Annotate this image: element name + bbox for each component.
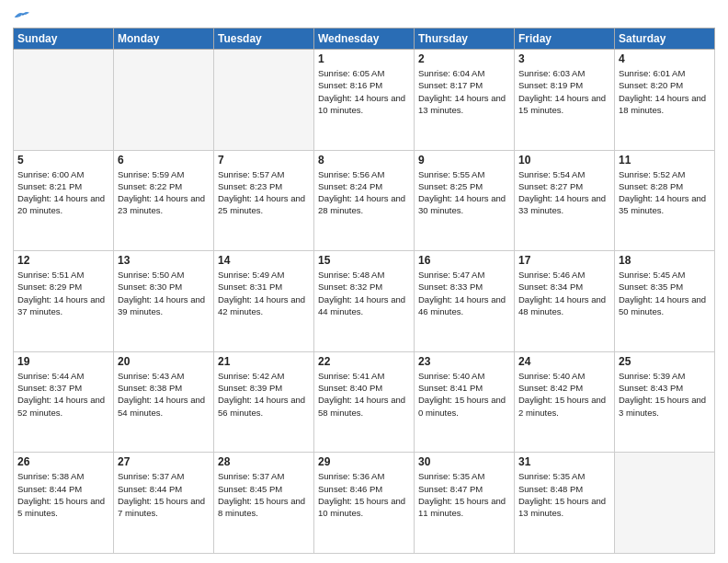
calendar-cell: 9Sunrise: 5:55 AMSunset: 8:25 PMDaylight… [415, 150, 515, 251]
day-number: 3 [518, 52, 610, 65]
day-number: 2 [418, 52, 510, 65]
calendar-cell: 3Sunrise: 6:03 AMSunset: 8:19 PMDaylight… [515, 50, 615, 151]
day-number: 22 [318, 355, 410, 368]
day-number: 23 [418, 355, 510, 368]
day-info: Sunrise: 5:51 AMSunset: 8:29 PMDaylight:… [17, 269, 109, 317]
calendar-cell [214, 50, 314, 151]
day-info: Sunrise: 5:39 AMSunset: 8:43 PMDaylight:… [619, 370, 711, 419]
weekday-header-tuesday: Tuesday [214, 29, 314, 50]
day-info: Sunrise: 5:57 AMSunset: 8:23 PMDaylight:… [218, 168, 310, 217]
day-number: 10 [518, 154, 610, 167]
calendar-cell [114, 50, 214, 151]
calendar-cell: 4Sunrise: 6:01 AMSunset: 8:20 PMDaylight… [615, 50, 715, 151]
calendar-cell: 20Sunrise: 5:43 AMSunset: 8:38 PMDayligh… [114, 351, 214, 453]
weekday-header-row: SundayMondayTuesdayWednesdayThursdayFrid… [14, 29, 715, 50]
day-number: 16 [418, 254, 510, 267]
calendar-cell: 21Sunrise: 5:42 AMSunset: 8:39 PMDayligh… [214, 351, 314, 453]
week-row-2: 5Sunrise: 6:00 AMSunset: 8:21 PMDaylight… [14, 150, 715, 251]
day-number: 30 [418, 455, 510, 468]
calendar-cell: 15Sunrise: 5:48 AMSunset: 8:32 PMDayligh… [314, 251, 415, 352]
day-number: 26 [17, 455, 109, 468]
day-number: 27 [118, 455, 210, 468]
weekday-header-thursday: Thursday [415, 29, 515, 50]
day-info: Sunrise: 5:37 AMSunset: 8:45 PMDaylight:… [218, 470, 310, 519]
day-info: Sunrise: 5:41 AMSunset: 8:40 PMDaylight:… [318, 370, 410, 419]
day-number: 11 [619, 154, 711, 167]
day-number: 14 [218, 254, 310, 267]
day-info: Sunrise: 5:46 AMSunset: 8:34 PMDaylight:… [518, 269, 610, 317]
calendar-cell: 16Sunrise: 5:47 AMSunset: 8:33 PMDayligh… [415, 251, 515, 352]
day-number: 28 [218, 455, 310, 468]
calendar-cell: 23Sunrise: 5:40 AMSunset: 8:41 PMDayligh… [415, 351, 515, 453]
week-row-4: 19Sunrise: 5:44 AMSunset: 8:37 PMDayligh… [14, 351, 715, 453]
calendar-cell: 28Sunrise: 5:37 AMSunset: 8:45 PMDayligh… [214, 453, 314, 554]
weekday-header-sunday: Sunday [14, 29, 114, 50]
day-number: 6 [118, 154, 210, 167]
day-info: Sunrise: 5:45 AMSunset: 8:35 PMDaylight:… [619, 269, 711, 317]
day-info: Sunrise: 6:00 AMSunset: 8:21 PMDaylight:… [17, 168, 109, 217]
day-number: 1 [318, 52, 410, 65]
day-number: 20 [118, 355, 210, 368]
weekday-header-monday: Monday [114, 29, 214, 50]
day-info: Sunrise: 5:35 AMSunset: 8:48 PMDaylight:… [518, 470, 610, 519]
day-number: 5 [17, 154, 109, 167]
day-info: Sunrise: 5:42 AMSunset: 8:39 PMDaylight:… [218, 370, 310, 419]
day-number: 8 [318, 154, 410, 167]
calendar-cell: 5Sunrise: 6:00 AMSunset: 8:21 PMDaylight… [14, 150, 114, 251]
day-info: Sunrise: 5:55 AMSunset: 8:25 PMDaylight:… [418, 168, 510, 217]
header [13, 9, 715, 22]
day-number: 7 [218, 154, 310, 167]
day-info: Sunrise: 5:43 AMSunset: 8:38 PMDaylight:… [118, 370, 210, 419]
day-number: 31 [518, 455, 610, 468]
day-info: Sunrise: 6:01 AMSunset: 8:20 PMDaylight:… [619, 67, 711, 116]
calendar-cell: 18Sunrise: 5:45 AMSunset: 8:35 PMDayligh… [615, 251, 715, 352]
page: SundayMondayTuesdayWednesdayThursdayFrid… [0, 0, 728, 563]
week-row-3: 12Sunrise: 5:51 AMSunset: 8:29 PMDayligh… [14, 251, 715, 352]
day-number: 15 [318, 254, 410, 267]
day-number: 12 [17, 254, 109, 267]
calendar-cell: 6Sunrise: 5:59 AMSunset: 8:22 PMDaylight… [114, 150, 214, 251]
day-number: 19 [17, 355, 109, 368]
calendar-table: SundayMondayTuesdayWednesdayThursdayFrid… [13, 28, 715, 554]
day-info: Sunrise: 5:47 AMSunset: 8:33 PMDaylight:… [418, 269, 510, 317]
calendar-cell: 30Sunrise: 5:35 AMSunset: 8:47 PMDayligh… [415, 453, 515, 554]
calendar-cell: 27Sunrise: 5:37 AMSunset: 8:44 PMDayligh… [114, 453, 214, 554]
calendar-cell: 7Sunrise: 5:57 AMSunset: 8:23 PMDaylight… [214, 150, 314, 251]
day-number: 18 [619, 254, 711, 267]
day-number: 29 [318, 455, 410, 468]
day-info: Sunrise: 5:48 AMSunset: 8:32 PMDaylight:… [318, 269, 410, 317]
day-info: Sunrise: 5:36 AMSunset: 8:46 PMDaylight:… [318, 470, 410, 519]
day-info: Sunrise: 6:04 AMSunset: 8:17 PMDaylight:… [418, 67, 510, 116]
day-info: Sunrise: 5:52 AMSunset: 8:28 PMDaylight:… [619, 168, 711, 217]
day-info: Sunrise: 5:59 AMSunset: 8:22 PMDaylight:… [118, 168, 210, 217]
day-number: 13 [118, 254, 210, 267]
calendar-cell: 22Sunrise: 5:41 AMSunset: 8:40 PMDayligh… [314, 351, 415, 453]
day-number: 25 [619, 355, 711, 368]
calendar-cell: 1Sunrise: 6:05 AMSunset: 8:16 PMDaylight… [314, 50, 415, 151]
calendar-cell: 10Sunrise: 5:54 AMSunset: 8:27 PMDayligh… [515, 150, 615, 251]
day-info: Sunrise: 5:38 AMSunset: 8:44 PMDaylight:… [17, 470, 109, 519]
calendar-cell: 17Sunrise: 5:46 AMSunset: 8:34 PMDayligh… [515, 251, 615, 352]
calendar-cell: 19Sunrise: 5:44 AMSunset: 8:37 PMDayligh… [14, 351, 114, 453]
calendar-cell: 8Sunrise: 5:56 AMSunset: 8:24 PMDaylight… [314, 150, 415, 251]
day-info: Sunrise: 5:50 AMSunset: 8:30 PMDaylight:… [118, 269, 210, 317]
calendar-cell: 31Sunrise: 5:35 AMSunset: 8:48 PMDayligh… [515, 453, 615, 554]
day-info: Sunrise: 5:44 AMSunset: 8:37 PMDaylight:… [17, 370, 109, 419]
weekday-header-wednesday: Wednesday [314, 29, 415, 50]
calendar-cell: 14Sunrise: 5:49 AMSunset: 8:31 PMDayligh… [214, 251, 314, 352]
calendar-cell: 29Sunrise: 5:36 AMSunset: 8:46 PMDayligh… [314, 453, 415, 554]
day-info: Sunrise: 5:54 AMSunset: 8:27 PMDaylight:… [518, 168, 610, 217]
day-info: Sunrise: 5:56 AMSunset: 8:24 PMDaylight:… [318, 168, 410, 217]
calendar-cell: 11Sunrise: 5:52 AMSunset: 8:28 PMDayligh… [615, 150, 715, 251]
calendar-cell: 2Sunrise: 6:04 AMSunset: 8:17 PMDaylight… [415, 50, 515, 151]
calendar-cell: 12Sunrise: 5:51 AMSunset: 8:29 PMDayligh… [14, 251, 114, 352]
day-number: 24 [518, 355, 610, 368]
logo-bird-icon [13, 9, 29, 22]
day-number: 9 [418, 154, 510, 167]
day-info: Sunrise: 6:03 AMSunset: 8:19 PMDaylight:… [518, 67, 610, 116]
day-info: Sunrise: 5:40 AMSunset: 8:41 PMDaylight:… [418, 370, 510, 419]
day-number: 4 [619, 52, 711, 65]
day-info: Sunrise: 5:49 AMSunset: 8:31 PMDaylight:… [218, 269, 310, 317]
calendar-cell [615, 453, 715, 554]
week-row-5: 26Sunrise: 5:38 AMSunset: 8:44 PMDayligh… [14, 453, 715, 554]
